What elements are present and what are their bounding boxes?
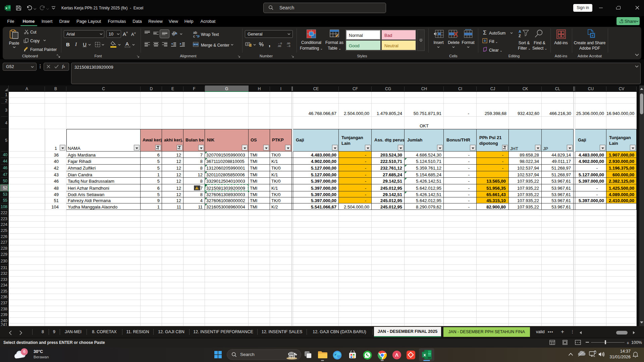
svg-text:x: x — [6, 6, 7, 10]
svg-text:x: x — [423, 352, 426, 357]
svg-text:→0: →0 — [286, 45, 290, 47]
svg-text:.00: .00 — [277, 45, 281, 47]
